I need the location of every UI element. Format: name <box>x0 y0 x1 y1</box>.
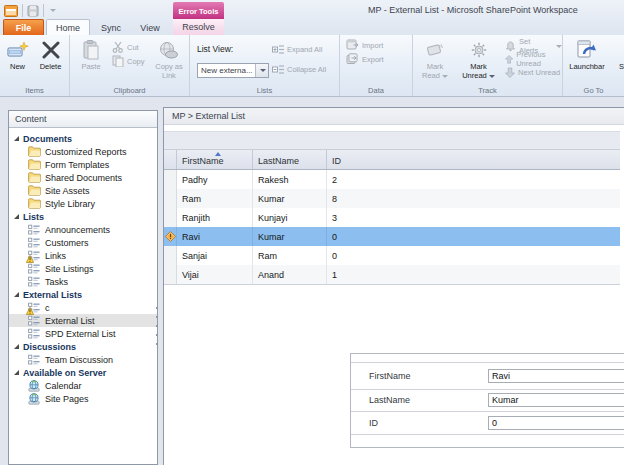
firstname-field[interactable] <box>488 369 624 383</box>
import-button[interactable]: Import <box>346 39 383 51</box>
mark-read-button[interactable]: Mark Read <box>415 37 455 84</box>
sidebar-item-customers[interactable]: Customers <box>9 236 157 249</box>
delete-button[interactable]: Delete <box>33 37 68 84</box>
cell-lastname[interactable]: Rakesh <box>253 170 327 189</box>
list-view-dropdown-icon[interactable] <box>255 64 268 77</box>
sidebar-section-discussions[interactable]: Discussions <box>9 340 157 353</box>
paste-icon <box>83 37 99 62</box>
search-button[interactable]: Search <box>611 37 624 84</box>
sidebar-item-customized-reports[interactable]: Customized Reports <box>9 145 157 158</box>
tab-resolve[interactable]: Resolve <box>173 19 224 35</box>
cell-lastname[interactable]: Ram <box>253 246 327 265</box>
expander-icon[interactable] <box>14 136 19 141</box>
application-window: MP - External List - Microsoft SharePoin… <box>0 0 624 465</box>
sidebar-item-shared-documents[interactable]: Shared Documents <box>9 171 157 184</box>
table-row[interactable]: Ranjith Kunjayi 3 <box>164 208 620 227</box>
copy-button[interactable]: Copy <box>112 55 145 67</box>
sidebar-item-external-list[interactable]: External List <box>9 314 157 327</box>
launchbar-button[interactable]: Launchbar <box>564 37 610 84</box>
table-row[interactable]: Sanjai Ram 0 <box>164 246 620 265</box>
sidebar-item-links[interactable]: Links <box>9 249 157 262</box>
sidebar-item-calendar[interactable]: Calendar <box>9 379 157 392</box>
cell-firstname[interactable]: Ravi <box>177 227 253 246</box>
sidebar-item-spd-external-list[interactable]: SPD External List <box>9 327 157 340</box>
row-selector[interactable] <box>164 227 177 246</box>
expander-icon[interactable] <box>14 344 19 349</box>
sidebar-splitter-handle[interactable] <box>155 307 158 345</box>
save-icon[interactable] <box>27 5 39 17</box>
table-row-selected[interactable]: Ravi Kumar 0 <box>164 227 620 246</box>
table-body: Padhy Rakesh 2 Ram Kumar 8 Ranjith Kunja… <box>164 170 620 285</box>
warning-diamond-icon <box>165 231 176 242</box>
collapse-all-button[interactable]: Collapse All <box>272 63 326 75</box>
row-selector[interactable] <box>164 246 177 265</box>
sidebar-item-site-pages[interactable]: Site Pages <box>9 392 157 405</box>
column-header-firstname[interactable]: FirstName <box>177 150 253 169</box>
cell-firstname[interactable]: Ranjith <box>177 208 253 227</box>
sidebar-section-external-lists[interactable]: External Lists <box>9 288 157 301</box>
qat-dropdown-icon[interactable] <box>50 9 56 12</box>
tab-view[interactable]: View <box>132 20 168 35</box>
cell-lastname[interactable]: Anand <box>253 265 327 284</box>
cell-lastname[interactable]: Kunjayi <box>253 208 327 227</box>
folder-icon <box>28 146 41 158</box>
list-view-combobox[interactable]: New externa... <box>197 63 269 78</box>
id-field[interactable] <box>488 416 624 430</box>
item-detail-form: FirstName LastName ID <box>350 353 624 448</box>
cell-id[interactable]: 1 <box>327 265 620 284</box>
server-globe-icon <box>28 393 41 405</box>
tab-home[interactable]: Home <box>46 19 90 35</box>
cell-firstname[interactable]: Vijai <box>177 265 253 284</box>
sidebar-item-site-assets[interactable]: Site Assets <box>9 184 157 197</box>
copy-as-link-icon <box>159 37 179 62</box>
row-selector[interactable] <box>164 208 177 227</box>
previous-unread-button[interactable]: Previous Unread <box>505 53 562 65</box>
sidebar-section-available-on-server[interactable]: Available on Server <box>9 366 157 379</box>
export-button[interactable]: Export <box>346 53 384 65</box>
cell-firstname[interactable]: Padhy <box>177 170 253 189</box>
tab-file[interactable]: File <box>3 19 44 35</box>
cell-lastname[interactable]: Kumar <box>253 227 327 246</box>
cell-firstname[interactable]: Sanjai <box>177 246 253 265</box>
row-selector[interactable] <box>164 189 177 208</box>
row-selector[interactable] <box>164 265 177 284</box>
lastname-field[interactable] <box>488 393 624 407</box>
cut-button[interactable]: Cut <box>112 41 139 53</box>
list-icon <box>28 328 41 340</box>
form-top-strip <box>351 354 624 363</box>
expander-icon[interactable] <box>14 214 19 219</box>
table-row[interactable]: Padhy Rakesh 2 <box>164 170 620 189</box>
sidebar-item-tasks[interactable]: Tasks <box>9 275 157 288</box>
copy-as-link-button[interactable]: Copy as Link <box>150 37 188 84</box>
sidebar-item-site-listings[interactable]: Site Listings <box>9 262 157 275</box>
cell-id[interactable]: 2 <box>327 170 620 189</box>
expander-icon[interactable] <box>14 292 19 297</box>
cell-lastname[interactable]: Kumar <box>253 189 327 208</box>
warning-overlay-icon <box>26 307 34 315</box>
table-row[interactable]: Vijai Anand 1 <box>164 265 620 284</box>
paste-button[interactable]: Paste <box>73 37 109 84</box>
next-unread-button[interactable]: Next Unread <box>505 66 560 78</box>
expander-icon[interactable] <box>14 370 19 375</box>
sidebar-item-announcements[interactable]: Announcements <box>9 223 157 236</box>
cell-firstname[interactable]: Ram <box>177 189 253 208</box>
sidebar-section-documents[interactable]: Documents <box>9 132 157 145</box>
cell-id[interactable]: 0 <box>327 227 620 246</box>
sidebar-item-team-discussion[interactable]: Team Discussion <box>9 353 157 366</box>
ribbon-group-goto: Launchbar Search Go To <box>563 35 624 96</box>
tab-sync[interactable]: Sync <box>92 20 130 35</box>
cell-id[interactable]: 3 <box>327 208 620 227</box>
expand-all-button[interactable]: Expand All <box>272 43 322 55</box>
new-button[interactable]: New <box>2 37 33 84</box>
cell-id[interactable]: 8 <box>327 189 620 208</box>
sidebar-item-c[interactable]: c <box>9 301 157 314</box>
column-header-id[interactable]: ID <box>327 150 620 169</box>
row-selector[interactable] <box>164 170 177 189</box>
column-header-lastname[interactable]: LastName <box>253 150 327 169</box>
sidebar-section-lists[interactable]: Lists <box>9 210 157 223</box>
sidebar-item-form-templates[interactable]: Form Templates <box>9 158 157 171</box>
table-row[interactable]: Ram Kumar 8 <box>164 189 620 208</box>
sidebar-item-style-library[interactable]: Style Library <box>9 197 157 210</box>
cell-id[interactable]: 0 <box>327 246 620 265</box>
mark-unread-button[interactable]: Mark Unread <box>456 37 501 84</box>
